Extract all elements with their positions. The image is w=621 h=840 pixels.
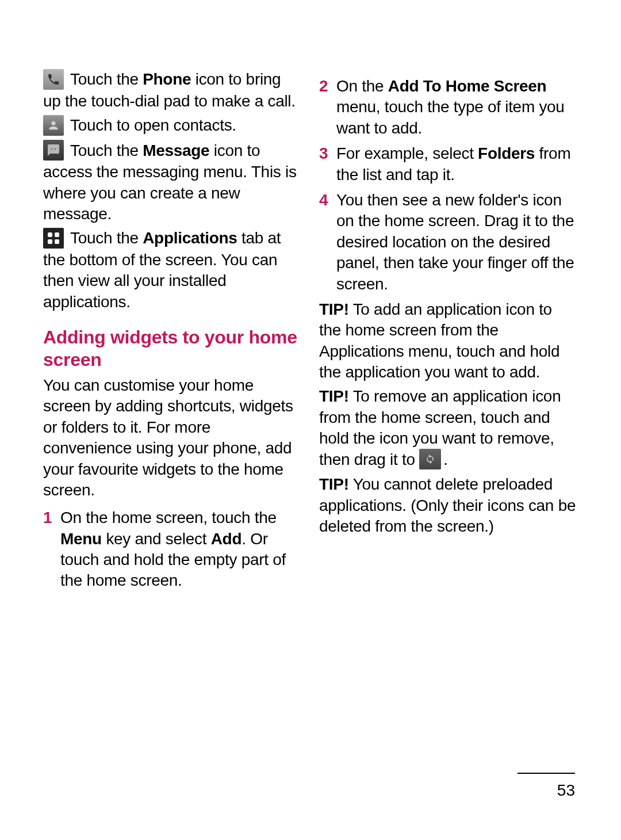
text: menu, touch the type of item you want to…: [336, 98, 565, 136]
message-icon: [43, 140, 64, 161]
page-number: 53: [557, 781, 575, 800]
bold-word: Phone: [143, 70, 191, 88]
apps-paragraph: Touch the Applications tab at the bottom…: [43, 228, 302, 312]
two-column-layout: Touch the Phone icon to bring up the tou…: [43, 69, 578, 596]
manual-page: Touch the Phone icon to bring up the tou…: [0, 0, 621, 840]
contacts-icon: [43, 115, 64, 136]
tip-label: TIP!: [319, 387, 349, 405]
left-column: Touch the Phone icon to bring up the tou…: [43, 69, 302, 596]
tip-label: TIP!: [319, 475, 349, 493]
bold-word: Add: [211, 530, 242, 548]
section-heading: Adding widgets to your home screen: [43, 326, 302, 371]
text: You cannot delete preloaded applications…: [319, 475, 576, 535]
text: key and select: [102, 530, 211, 548]
tip-paragraph: TIP! To add an application icon to the h…: [319, 299, 578, 383]
tip-label: TIP!: [319, 300, 349, 318]
text: Touch the: [66, 142, 143, 159]
footer-rule: [518, 773, 575, 774]
bold-word: Applications: [143, 229, 237, 247]
contacts-paragraph: Touch to open contacts.: [43, 115, 302, 137]
list-item: On the Add To Home Screen menu, touch th…: [319, 76, 578, 139]
bold-word: Menu: [60, 530, 102, 548]
phone-icon: [43, 69, 64, 90]
bold-word: Message: [143, 142, 209, 159]
tip-paragraph: TIP! To remove an application icon from …: [319, 386, 578, 471]
text: .: [443, 450, 447, 468]
list-item: You then see a new folder's icon on the …: [319, 190, 578, 295]
bold-word: Add To Home Screen: [388, 77, 547, 95]
right-column: On the Add To Home Screen menu, touch th…: [319, 69, 578, 596]
text: For example, select: [336, 144, 478, 162]
intro-paragraph: You can customise your home screen by ad…: [43, 375, 302, 501]
text: Touch to open contacts.: [66, 116, 236, 134]
list-item: On the home screen, touch the Menu key a…: [43, 507, 302, 591]
steps-list-left: On the home screen, touch the Menu key a…: [43, 507, 302, 591]
trash-icon: [419, 449, 441, 469]
list-item: For example, select Folders from the lis…: [319, 143, 578, 185]
message-paragraph: Touch the Message icon to access the mes…: [43, 140, 302, 225]
steps-list-right: On the Add To Home Screen menu, touch th…: [319, 76, 578, 295]
phone-paragraph: Touch the Phone icon to bring up the tou…: [43, 69, 302, 112]
bold-word: Folders: [478, 144, 535, 162]
applications-icon: [43, 228, 64, 249]
text: On the: [336, 77, 388, 95]
tip-paragraph: TIP! You cannot delete preloaded applica…: [319, 474, 578, 537]
text: Touch the: [66, 70, 143, 88]
text: On the home screen, touch the: [60, 509, 277, 526]
text: To add an application icon to the home s…: [319, 300, 559, 381]
text: Touch the: [66, 229, 143, 247]
text: You then see a new folder's icon on the …: [336, 191, 574, 293]
